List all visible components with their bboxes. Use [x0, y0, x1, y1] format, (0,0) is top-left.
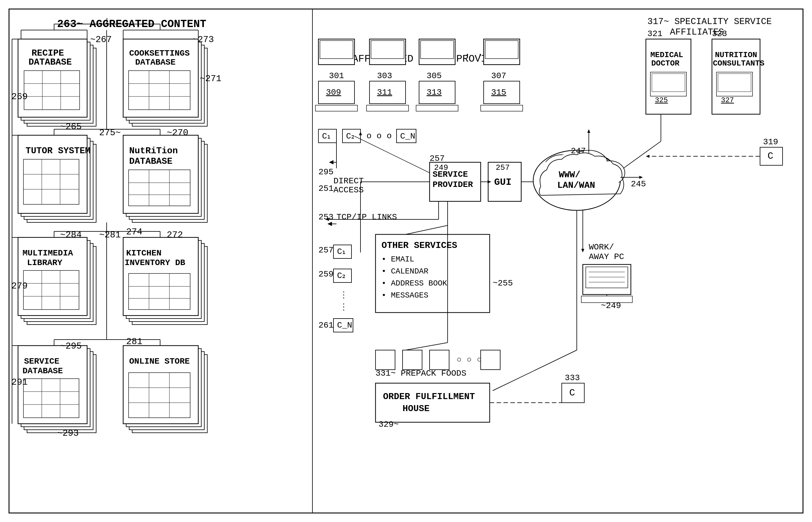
dots-vertical2: ⋮ — [339, 303, 348, 312]
label-301: 301 — [329, 71, 344, 81]
work-away-label: WORK/ — [589, 242, 614, 252]
label-257b: 257 — [430, 154, 444, 163]
nutrition-consultants-label2: CONSULTANTS — [713, 59, 765, 68]
label-281b: 281 — [126, 337, 142, 347]
svg-rect-172 — [402, 350, 422, 370]
svg-rect-152 — [718, 74, 751, 92]
svg-rect-120 — [481, 105, 523, 111]
svg-rect-108 — [315, 105, 357, 111]
work-away-label2: AWAY PC — [589, 252, 624, 261]
label-315: 315 — [491, 88, 506, 97]
service-provider-label2: PROVIDER — [433, 180, 473, 189]
cn-client: C_N — [400, 132, 415, 141]
label-249-pc: ~249 — [601, 301, 621, 310]
label-295-left: ~295 — [60, 341, 82, 351]
kitchen-label2: INVENTORY DB — [125, 258, 185, 267]
svg-rect-110 — [371, 41, 404, 59]
medical-doctor-label2: DOCTOR — [651, 59, 680, 68]
label-251: 251 — [318, 184, 333, 193]
label-245: 245 — [631, 179, 646, 189]
svg-rect-175 — [375, 383, 490, 422]
label-271: ~271 — [200, 74, 222, 84]
svg-rect-112 — [367, 105, 409, 111]
kitchen-label: KITCHEN — [126, 248, 162, 258]
c1-client: C₁ — [322, 132, 330, 141]
label-313: 313 — [426, 88, 442, 97]
label-247: 247 — [571, 146, 586, 156]
recipe-database-label2: DATABASE — [28, 57, 72, 67]
label-279: 279 — [12, 281, 28, 291]
cn-mid: C_N — [337, 321, 352, 330]
label-327: 327 — [721, 96, 734, 104]
label-303: 303 — [377, 71, 392, 81]
tutor-system-label: TUTOR SYSTEM — [25, 146, 90, 156]
direct-access-label2: ACCESS — [333, 185, 364, 195]
email-label: • EMAIL — [381, 255, 414, 264]
label-333: 333 — [565, 373, 580, 383]
online-store-label: ONLINE STORE — [129, 357, 190, 366]
label-274: 274 — [126, 227, 142, 237]
nutrition-database-label2: DATABASE — [129, 156, 172, 166]
svg-rect-114 — [421, 41, 454, 59]
c-bottom-label: C — [569, 387, 575, 399]
label-323: 323 — [712, 29, 727, 38]
dots-prepack: ○ ○ ○ — [457, 355, 482, 364]
c1-mid: C₁ — [337, 247, 346, 256]
svg-rect-106 — [320, 41, 353, 59]
dots-vertical: ⋮ — [339, 290, 348, 300]
speciality-label: 317~ SPECIALITY SERVICE — [647, 17, 772, 27]
label-307: 307 — [491, 71, 506, 81]
tcp-ip-label: TCP/IP LINKS — [336, 213, 397, 222]
label-265: ~265 — [60, 122, 82, 132]
dots-c: o o o — [367, 131, 392, 141]
label-269: 269 — [12, 92, 28, 102]
messages-label: • MESSAGES — [381, 291, 429, 300]
label-305: 305 — [426, 71, 442, 81]
svg-rect-116 — [416, 105, 458, 111]
nutrition-consultants-label: NUTRITION — [715, 51, 757, 60]
nutrition-database-label: NutRiTion — [129, 146, 178, 156]
other-services-label: OTHER SERVICES — [381, 240, 457, 250]
multimedia-label2: LIBRARY — [27, 258, 62, 267]
cooksettings-label: COOKSETTINGS — [129, 49, 190, 58]
label-255: ~255 — [493, 279, 513, 288]
c2-mid: C₂ — [337, 271, 346, 280]
c-right-label: C — [768, 150, 773, 162]
svg-rect-171 — [375, 350, 395, 370]
service-database-label2: DATABASE — [23, 366, 63, 376]
calendar-label: • CALENDAR — [381, 267, 429, 276]
label-267: ~267 — [90, 35, 112, 45]
label-309: 309 — [326, 88, 341, 97]
cooksettings-label2: DATABASE — [135, 58, 175, 67]
svg-rect-149 — [652, 74, 685, 92]
label-321: 321 — [647, 29, 662, 38]
service-database-label: SERVICE — [24, 357, 60, 366]
label-331: 331~ PREPACK FOODS — [375, 369, 466, 378]
label-311: 311 — [377, 88, 392, 97]
order-fulfillment-label2: HOUSE — [402, 404, 430, 414]
multimedia-label: MULTIMEDIA — [23, 248, 73, 258]
direct-access-label: DIRECT — [333, 176, 364, 186]
label-253: 253 — [318, 213, 333, 222]
svg-rect-165 — [586, 267, 628, 288]
label-293: ~293 — [57, 428, 79, 439]
svg-rect-174 — [481, 350, 500, 370]
address-book-label: • ADDRESS BOOK — [381, 279, 447, 288]
c2-client: C₂ — [346, 132, 354, 141]
diagram-container: 263~ AGGREGATED CONTENT ~267 ~273 RECIPE… — [0, 0, 812, 522]
label-291: 291 — [12, 377, 28, 387]
gui-label: GUI — [494, 177, 512, 188]
label-257-gui: 257 — [496, 163, 510, 172]
label-325: 325 — [655, 96, 668, 104]
label-329: 329~ — [378, 420, 399, 429]
svg-rect-118 — [485, 41, 518, 59]
recipe-database-label: RECIPE — [32, 48, 64, 58]
label-319: 319 — [763, 137, 778, 147]
medical-doctor-label: MEDICAL — [650, 51, 683, 60]
label-249-sp: 249 — [434, 163, 448, 172]
svg-rect-173 — [430, 350, 449, 370]
label-295-right: 295 — [318, 167, 333, 177]
order-fulfillment-label: ORDER FULFILLMENT — [383, 392, 475, 402]
